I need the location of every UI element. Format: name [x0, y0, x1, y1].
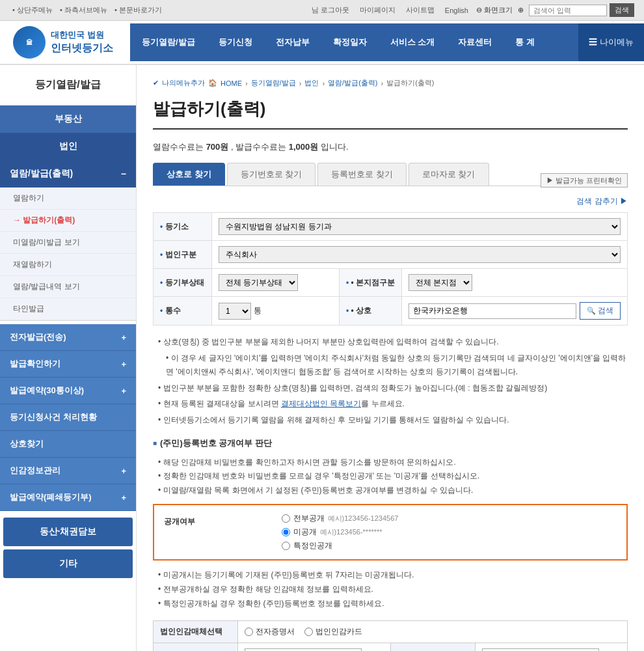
- english-link[interactable]: English: [445, 7, 468, 14]
- corp-card-secret-label: 법인인감비밀번호: [390, 643, 475, 651]
- skip-main-menu[interactable]: • 상단주메뉴: [12, 6, 53, 14]
- top-search-button[interactable]: 검색: [610, 3, 634, 17]
- printer-check-link[interactable]: ▶ 발급가능 프린터확인: [541, 175, 628, 186]
- sidebar-menu-corp[interactable]: 법인: [0, 133, 136, 160]
- sidebar-btn-property-bond[interactable]: 동산·채권담보: [3, 518, 133, 546]
- name-search-button[interactable]: 검색: [580, 302, 621, 320]
- corp-auth-option-card[interactable]: 법인인감카드: [304, 626, 362, 637]
- privacy-option-none[interactable]: 미공개 예시)123456-*******: [282, 527, 617, 538]
- mypage-link[interactable]: 마이페이지: [360, 5, 396, 15]
- privacy-section-header: (주민)등록번호 공개여부 판단: [153, 437, 628, 449]
- form-row-count-name: 통수 123 통 • 상호 검색: [154, 297, 628, 326]
- sitemap-link[interactable]: 사이트맵: [406, 5, 435, 15]
- skip-content[interactable]: • 본문바로가기: [114, 6, 162, 14]
- sidebar: 등기열람/발급 부동산 법인 열람/발급(출력) − 열람하기 → 발급하기(출…: [0, 65, 137, 651]
- nav-registry-browse[interactable]: 등기열람/발급: [130, 23, 207, 61]
- top-search-input[interactable]: [529, 5, 607, 16]
- sidebar-submenu-browse: 열람하기 → 발급하기(출력) 미열람/미발급 보기 재열람하기 열람/발급내역…: [0, 187, 136, 321]
- reg-status-select[interactable]: 전체 등기부상태: [219, 274, 298, 291]
- tab-search-by-reg-num[interactable]: 등기번호로 찾기: [227, 163, 316, 186]
- privacy-option-full[interactable]: 전부공개 예시)123456-1234567: [282, 513, 617, 524]
- privacy-radio-full[interactable]: [282, 514, 290, 523]
- form-row-registry: 등기소 수원지방법원 성남지원 등기과: [154, 213, 628, 241]
- logo-text: 대한민국 법원 인터넷등기소: [51, 29, 113, 56]
- info-text-1: 상호(명칭) 중 법인구분 부분을 제외한 나머지 부분만 상호입력란에 입력하…: [153, 335, 628, 350]
- my-menu-button[interactable]: ☰ 나이메뉴: [578, 23, 644, 61]
- nav-data-center[interactable]: 자료센터: [446, 23, 503, 61]
- privacy-radio-specific[interactable]: [282, 542, 290, 550]
- corp-card-secret-value: [475, 643, 628, 651]
- reg-status-value: 전체 등기부상태: [212, 269, 340, 297]
- branch-label: • 본지점구분: [340, 269, 402, 297]
- search-toggle[interactable]: 검색 감추기 ▶: [153, 196, 628, 207]
- sidebar-menu-browse-issue[interactable]: 열람/발급(출력) −: [0, 160, 136, 187]
- sidebar-btn-closed-reservation[interactable]: 발급예약(폐쇄등기부)+: [0, 484, 136, 511]
- privacy-options-cell: 전부공개 예시)123456-1234567 미공개 예시)123456-***…: [282, 513, 617, 551]
- sidebar-btn-name-search[interactable]: 상호찾기: [0, 431, 136, 458]
- privacy-option-specific[interactable]: 특정인공개: [282, 540, 617, 551]
- corp-auth-select-label: 법인인감매체선택: [154, 621, 238, 643]
- sidebar-menu-realestate[interactable]: 부동산: [0, 105, 136, 133]
- font-size-increase[interactable]: ⊕: [518, 6, 524, 14]
- corp-auth-radio-group: 전자증명서 법인인감카드: [245, 626, 621, 637]
- sidebar-item-other-issue[interactable]: 타인발급: [0, 298, 136, 320]
- nav-service-intro[interactable]: 서비스 소개: [379, 23, 447, 61]
- registry-label: 등기소: [154, 213, 212, 241]
- sidebar-item-rebrowse[interactable]: 재열람하기: [0, 254, 136, 276]
- count-value: 123 통: [212, 297, 340, 326]
- sidebar-btn-seal-mgmt[interactable]: 인감정보관리+: [0, 458, 136, 484]
- nav-fixed-date[interactable]: 확정일자: [321, 23, 379, 61]
- sidebar-title: 등기열람/발급: [0, 65, 136, 105]
- breadcrumb-home[interactable]: HOME: [221, 79, 242, 87]
- search-form: 등기소 수원지방법원 성남지원 등기과 법인구분 주식회사 등기부상태: [153, 212, 628, 326]
- corp-auth-radio-card[interactable]: [304, 628, 313, 636]
- skip-sidebar[interactable]: • 좌측서브메뉴: [60, 6, 107, 14]
- breadcrumb-mymenu[interactable]: 나의메뉴추가: [162, 78, 205, 88]
- font-size-label: ⊖ 화면크기: [476, 5, 513, 15]
- sidebar-btn-confirm[interactable]: 발급확인하기+: [0, 351, 136, 378]
- tab-search-by-enroll-num[interactable]: 등록번호로 찾기: [317, 163, 407, 186]
- privacy-info-2: 정확한 인감매체 번호와 비밀번호를 모르실 경우 '특정인공개' 또는 '미공…: [153, 469, 628, 484]
- corp-auth-id-row: 법인인감카드번호 법인인감비밀번호: [154, 643, 628, 651]
- sidebar-item-issue-print[interactable]: → 발급하기(출력): [0, 210, 136, 232]
- info-text-5: 인터넷등기소에서 등기기록 열람을 위해 결제하신 후 모바일 기기를 통해서도…: [153, 413, 628, 428]
- sidebar-bottom-area: 동산·채권담보 기타: [0, 518, 136, 578]
- corp-auth-select-row: 법인인감매체선택 전자증명서 법인인감카드: [154, 621, 628, 643]
- logo-icon: 🏛: [13, 26, 46, 59]
- sidebar-item-browse[interactable]: 열람하기: [0, 187, 136, 210]
- sidebar-item-history[interactable]: 열람/발급내역 보기: [0, 276, 136, 298]
- fee-notice: 열람수수료는 700원 , 발급수수료는 1,000원 입니다.: [153, 141, 628, 153]
- main-navigation: 등기열람/발급 등기신청 전자납부 확정일자 서비스 소개 자료센터 통 계: [130, 23, 578, 61]
- sidebar-item-unbrowsed[interactable]: 미열람/미발급 보기: [0, 232, 136, 254]
- sidebar-btn-reservation[interactable]: 발급예약(30통이상)+: [0, 378, 136, 404]
- corp-type-value: 주식회사: [212, 241, 628, 269]
- branch-select[interactable]: 전체 본지점: [409, 274, 472, 291]
- registry-select[interactable]: 수원지방법원 성남지원 등기과: [219, 218, 621, 235]
- tab-search-by-roman[interactable]: 로마자로 찾기: [409, 163, 489, 186]
- tab-search-by-name[interactable]: 상호로 찾기: [153, 163, 225, 186]
- nav-registry-apply[interactable]: 등기신청: [207, 23, 264, 61]
- site-header: 🏛 대한민국 법원 인터넷등기소 등기열람/발급 등기신청 전자납부 확정일자 …: [0, 21, 644, 65]
- corp-auth-option-elec[interactable]: 전자증명서: [245, 626, 295, 637]
- corp-list-link[interactable]: 결제대상법인 목록보기: [281, 399, 361, 408]
- breadcrumb-corp[interactable]: 법인: [304, 78, 319, 88]
- count-select[interactable]: 123: [219, 303, 251, 320]
- corp-type-select[interactable]: 주식회사: [219, 246, 621, 263]
- sidebar-btn-other[interactable]: 기타: [3, 549, 133, 578]
- corp-card-secret-input[interactable]: [482, 648, 599, 651]
- privacy-radio-none[interactable]: [282, 528, 290, 536]
- skip-links: • 상단주메뉴 • 좌측서브메뉴 • 본문바로가기: [10, 5, 165, 15]
- corp-type-label: 법인구분: [154, 241, 212, 269]
- sidebar-section-elec-issue: 전자발급(전송)+ 발급확인하기+ 발급예약(30통이상)+ 등기신청사건 처리…: [0, 324, 136, 511]
- breadcrumb-registry[interactable]: 등기열람/발급: [251, 78, 296, 88]
- sidebar-btn-processing[interactable]: 등기신청사건 처리현황: [0, 404, 136, 431]
- breadcrumb-browse-issue[interactable]: 열람/발급(출력): [328, 78, 377, 88]
- corp-auth-table: 법인인감매체선택 전자증명서 법인인감카드 법인인감카드: [153, 620, 628, 651]
- nav-payment[interactable]: 전자납부: [264, 23, 321, 61]
- corp-card-id-input[interactable]: [245, 648, 362, 651]
- nav-stats[interactable]: 통 계: [503, 23, 546, 61]
- logout-link[interactable]: 님 로그아웃: [312, 5, 349, 15]
- name-input[interactable]: [409, 303, 576, 319]
- corp-auth-radio-elec[interactable]: [245, 628, 253, 636]
- sidebar-btn-elec-issue[interactable]: 전자발급(전송)+: [0, 324, 136, 351]
